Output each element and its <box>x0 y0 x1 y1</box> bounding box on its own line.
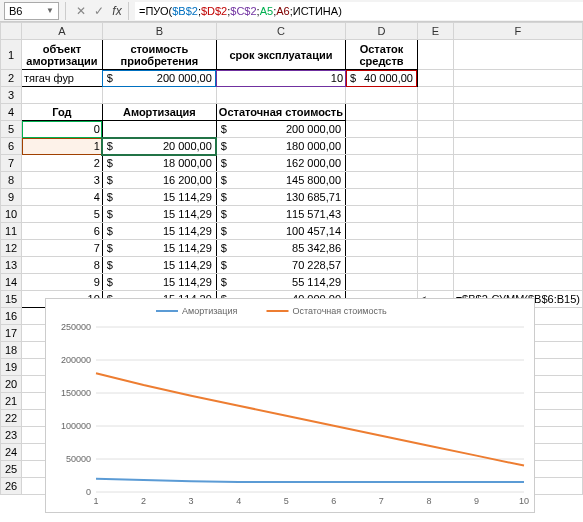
cell-D6[interactable] <box>346 138 418 155</box>
cell-F6[interactable] <box>453 138 582 155</box>
row-header[interactable]: 5 <box>1 121 22 138</box>
cell-D2[interactable]: $40 000,00 <box>346 70 418 87</box>
col-header-F[interactable]: F <box>453 23 582 40</box>
cell-D11[interactable] <box>346 223 418 240</box>
cell-C4[interactable]: Остаточная стоимость <box>216 104 345 121</box>
cell-A9[interactable]: 4 <box>22 189 103 206</box>
cell-D12[interactable] <box>346 240 418 257</box>
row-header[interactable]: 13 <box>1 257 22 274</box>
cell-C1[interactable]: срок эксплуатации <box>216 40 345 70</box>
cell-C2[interactable]: 10 <box>216 70 345 87</box>
cell-F12[interactable] <box>453 240 582 257</box>
cell-E3[interactable] <box>417 87 453 104</box>
cell-F10[interactable] <box>453 206 582 223</box>
cell-B4[interactable]: Амортизация <box>102 104 216 121</box>
cell-F11[interactable] <box>453 223 582 240</box>
cell-B12[interactable]: $15 114,29 <box>102 240 216 257</box>
col-header-C[interactable]: C <box>216 23 345 40</box>
row-header[interactable]: 21 <box>1 393 22 410</box>
row-header[interactable]: 8 <box>1 172 22 189</box>
cell-A11[interactable]: 6 <box>22 223 103 240</box>
cell-C5[interactable]: $200 000,00 <box>216 121 345 138</box>
cell-A13[interactable]: 8 <box>22 257 103 274</box>
row-header[interactable]: 1 <box>1 40 22 70</box>
cell-E11[interactable] <box>417 223 453 240</box>
cell-E4[interactable] <box>417 104 453 121</box>
row-header[interactable]: 24 <box>1 444 22 461</box>
col-header-A[interactable]: A <box>22 23 103 40</box>
row-header[interactable]: 3 <box>1 87 22 104</box>
cell-F5[interactable] <box>453 121 582 138</box>
chart[interactable]: 0500001000001500002000002500001234567891… <box>45 298 535 495</box>
cell-C11[interactable]: $100 457,14 <box>216 223 345 240</box>
col-header-B[interactable]: B <box>102 23 216 40</box>
cell-B14[interactable]: $15 114,29 <box>102 274 216 291</box>
row-header[interactable]: 20 <box>1 376 22 393</box>
row-header[interactable]: 10 <box>1 206 22 223</box>
cell-B9[interactable]: $15 114,29 <box>102 189 216 206</box>
row-header[interactable]: 25 <box>1 461 22 478</box>
cell-B11[interactable]: $15 114,29 <box>102 223 216 240</box>
cell-A1[interactable]: объект амортизации <box>22 40 103 70</box>
cell-D9[interactable] <box>346 189 418 206</box>
row-header[interactable]: 6 <box>1 138 22 155</box>
cell-C13[interactable]: $70 228,57 <box>216 257 345 274</box>
col-header-D[interactable]: D <box>346 23 418 40</box>
cell-B8[interactable]: $16 200,00 <box>102 172 216 189</box>
cell-F14[interactable] <box>453 274 582 291</box>
cell-A3[interactable] <box>22 87 103 104</box>
cell-D7[interactable] <box>346 155 418 172</box>
cell-A8[interactable]: 3 <box>22 172 103 189</box>
cell-E1[interactable] <box>417 40 453 70</box>
row-header[interactable]: 2 <box>1 70 22 87</box>
cell-E7[interactable] <box>417 155 453 172</box>
row-header[interactable]: 14 <box>1 274 22 291</box>
row-header[interactable]: 17 <box>1 325 22 342</box>
row-header[interactable]: 15 <box>1 291 22 308</box>
cell-D14[interactable] <box>346 274 418 291</box>
cell-E12[interactable] <box>417 240 453 257</box>
cell-B7[interactable]: $18 000,00 <box>102 155 216 172</box>
row-header[interactable]: 9 <box>1 189 22 206</box>
cell-C12[interactable]: $85 342,86 <box>216 240 345 257</box>
cell-D10[interactable] <box>346 206 418 223</box>
cell-D3[interactable] <box>346 87 418 104</box>
cell-F8[interactable] <box>453 172 582 189</box>
cell-B13[interactable]: $15 114,29 <box>102 257 216 274</box>
cell-B6[interactable]: $20 000,00 <box>102 138 216 155</box>
cell-E5[interactable] <box>417 121 453 138</box>
row-header[interactable]: 26 <box>1 478 22 495</box>
row-header[interactable]: 22 <box>1 410 22 427</box>
cell-C14[interactable]: $55 114,29 <box>216 274 345 291</box>
cell-A7[interactable]: 2 <box>22 155 103 172</box>
cell-A4[interactable]: Год <box>22 104 103 121</box>
row-header[interactable]: 23 <box>1 427 22 444</box>
col-header-E[interactable]: E <box>417 23 453 40</box>
cell-F4[interactable] <box>453 104 582 121</box>
cell-B5[interactable] <box>102 121 216 138</box>
row-header[interactable]: 18 <box>1 342 22 359</box>
cell-E2[interactable] <box>417 70 453 87</box>
formula-input[interactable]: =ПУО( $B$2; $D$2; $C$2; A5; A6; ИСТИНА ) <box>135 2 583 20</box>
cell-F1[interactable] <box>453 40 582 70</box>
cell-E13[interactable] <box>417 257 453 274</box>
row-header[interactable]: 16 <box>1 308 22 325</box>
cell-B10[interactable]: $15 114,29 <box>102 206 216 223</box>
cell-F13[interactable] <box>453 257 582 274</box>
cell-C9[interactable]: $130 685,71 <box>216 189 345 206</box>
cell-C7[interactable]: $162 000,00 <box>216 155 345 172</box>
cell-D8[interactable] <box>346 172 418 189</box>
cell-C8[interactable]: $145 800,00 <box>216 172 345 189</box>
cell-E14[interactable] <box>417 274 453 291</box>
name-box-dropdown-icon[interactable]: ▼ <box>46 6 54 15</box>
select-all-corner[interactable] <box>1 23 22 40</box>
cell-F2[interactable] <box>453 70 582 87</box>
cell-F7[interactable] <box>453 155 582 172</box>
row-header[interactable]: 12 <box>1 240 22 257</box>
cell-C3[interactable] <box>216 87 345 104</box>
cell-F9[interactable] <box>453 189 582 206</box>
row-header[interactable]: 7 <box>1 155 22 172</box>
cell-E6[interactable] <box>417 138 453 155</box>
cell-B2[interactable]: $200 000,00 <box>102 70 216 87</box>
cell-F3[interactable] <box>453 87 582 104</box>
